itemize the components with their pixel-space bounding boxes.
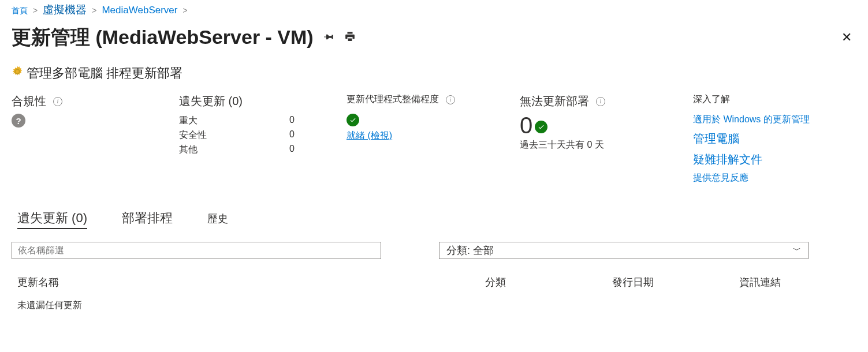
past-30-days-text: 過去三十天共有 0 天 (520, 139, 693, 151)
category-select-label: 分類: 全部 (446, 244, 494, 257)
failed-deploy-value: 0 (520, 114, 532, 137)
breadcrumb: 首頁 > 虛擬機器 > MediaWebServer > (12, 0, 856, 21)
critical-label: 重大 (179, 115, 198, 127)
compliance-col: 合規性 i ? (12, 93, 179, 186)
tabs: 遺失更新 (0) 部署排程 歷史 (12, 209, 856, 229)
schedule-deployment-button[interactable]: 排程更新部署 (106, 65, 182, 82)
other-value: 0 (289, 144, 295, 156)
info-icon[interactable]: i (446, 95, 455, 104)
learn-more-col: 深入了解 適用於 Windows 的更新管理 管理電腦 疑難排解文件 提供意見反… (693, 93, 856, 186)
agent-readiness-col: 更新代理程式整備程度 i 就緒 (檢視) (347, 93, 520, 186)
security-label: 安全性 (179, 129, 207, 141)
link-windows-update-mgmt[interactable]: 適用於 Windows 的更新管理 (693, 111, 856, 128)
critical-value: 0 (289, 115, 295, 127)
stats-row: 合規性 i ? 遺失更新 (0) 重大0 安全性0 其他0 更新代理程式整備程度… (12, 89, 856, 186)
missing-updates-label: 遺失更新 (0) (179, 93, 243, 109)
failed-deploy-col: 無法更新部署 i 0 過去三十天共有 0 天 (520, 93, 693, 186)
close-icon[interactable]: ✕ (841, 30, 856, 45)
missing-updates-col: 遺失更新 (0) 重大0 安全性0 其他0 (179, 93, 347, 186)
col-update-name: 更新名稱 (17, 275, 485, 289)
page-title: 更新管理 (MediaWebServer - VM) (12, 24, 314, 51)
breadcrumb-vms[interactable]: 虛擬機器 (43, 3, 87, 16)
tab-missing-updates[interactable]: 遺失更新 (0) (17, 209, 87, 229)
col-info-link: 資訊連結 (739, 275, 851, 289)
print-icon[interactable] (345, 31, 355, 44)
chevron-right-icon: > (182, 6, 187, 15)
pin-icon[interactable] (324, 31, 334, 44)
gear-icon (12, 66, 23, 81)
compliance-label: 合規性 (12, 93, 46, 109)
category-select[interactable]: 分類: 全部 ﹀ (439, 242, 809, 259)
tab-history[interactable]: 歷史 (207, 212, 228, 226)
other-label: 其他 (179, 144, 198, 156)
col-category: 分類 (485, 275, 612, 289)
filter-by-name-input[interactable] (12, 242, 381, 259)
link-feedback[interactable]: 提供意見反應 (693, 170, 856, 186)
question-icon: ? (12, 114, 25, 128)
breadcrumb-server[interactable]: MediaWebServer (102, 5, 177, 16)
security-value: 0 (289, 129, 295, 141)
check-circle-icon (535, 121, 547, 133)
learn-more-label: 深入了解 (693, 93, 856, 106)
info-icon[interactable]: i (596, 97, 605, 106)
toolbar: 管理多部電腦 排程更新部署 (12, 57, 856, 89)
failed-deploy-label: 無法更新部署 (520, 93, 589, 109)
chevron-down-icon: ﹀ (793, 245, 801, 256)
table-empty-row: 未遺漏任何更新 (12, 295, 856, 316)
table-header: 更新名稱 分類 發行日期 資訊連結 (12, 275, 856, 295)
agent-readiness-label: 更新代理程式整備程度 (347, 93, 439, 106)
chevron-right-icon: > (33, 6, 38, 15)
check-circle-icon (347, 114, 359, 126)
title-row: 更新管理 (MediaWebServer - VM) ✕ (12, 21, 856, 57)
chevron-right-icon: > (92, 6, 96, 15)
link-manage-computers[interactable]: 管理電腦 (693, 128, 856, 149)
link-troubleshoot-docs[interactable]: 疑難排解文件 (693, 149, 856, 170)
info-icon[interactable]: i (53, 97, 62, 106)
col-publish-date: 發行日期 (612, 275, 739, 289)
filter-row: 分類: 全部 ﹀ (12, 242, 856, 259)
breadcrumb-home[interactable]: 首頁 (12, 6, 28, 15)
manage-computers-button[interactable]: 管理多部電腦 (27, 65, 103, 82)
tab-deployment-schedule[interactable]: 部署排程 (122, 209, 173, 227)
agent-ready-link[interactable]: 就緒 (檢視) (347, 130, 520, 142)
